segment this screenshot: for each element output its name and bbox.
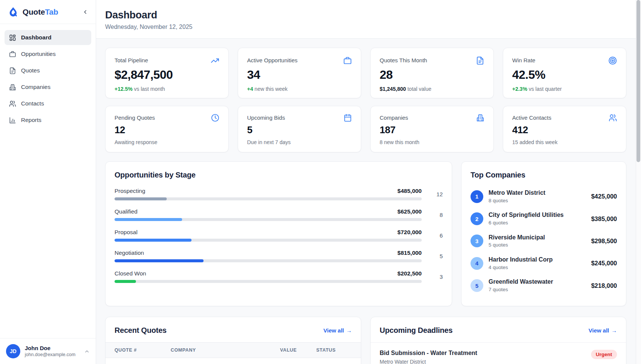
- stat-label: Companies: [380, 114, 408, 121]
- stat-sub: Due in next 7 days: [247, 139, 352, 145]
- stat-card-quotes-this-month: Quotes This Month 28 $1,245,800 total va…: [370, 48, 494, 98]
- sidebar-nav: Dashboard Opportunities Quotes Companies…: [0, 24, 96, 134]
- stat-value: $2,847,500: [115, 68, 219, 82]
- stat-value: 34: [247, 68, 352, 82]
- company-item[interactable]: 2 City of Springfield Utilities 6 quotes…: [471, 208, 617, 230]
- logo-row: QuoteTab: [0, 0, 96, 24]
- company-quotes: 7 quotes: [489, 286, 586, 293]
- vertical-scrollbar-thumb[interactable]: [636, 0, 640, 162]
- trending-up-icon: [211, 56, 219, 65]
- sidebar-item-label: Reports: [21, 117, 41, 123]
- sidebar-item-quotes[interactable]: Quotes: [5, 63, 91, 78]
- rank-badge: 2: [471, 212, 483, 225]
- company-name: Harbor Industrial Corp: [489, 256, 586, 264]
- sidebar-item-label: Dashboard: [21, 34, 51, 41]
- company-quotes: 4 quotes: [489, 264, 586, 271]
- sidebar-item-companies[interactable]: Companies: [5, 80, 91, 95]
- progress-bar-fill: [115, 197, 167, 200]
- recent-quotes-table: QUOTE # COMPANY VALUE STATUS QTE-18475 M…: [106, 342, 361, 364]
- company-item[interactable]: 3 Riverside Municipal 5 quotes $298,500: [471, 230, 617, 252]
- stage-value: $815,000: [397, 250, 422, 256]
- stat-card-active-opportunities: Active Opportunities 34 +4 new this week: [238, 48, 361, 98]
- stage-label: Negotiation: [115, 250, 144, 256]
- rank-badge: 3: [471, 235, 483, 247]
- stat-card-pending-quotes: Pending Quotes 12 Awaiting response: [105, 106, 229, 152]
- sidebar-item-label: Contacts: [21, 100, 44, 107]
- sidebar-item-dashboard[interactable]: Dashboard: [5, 30, 91, 45]
- sidebar-spacer: [0, 134, 96, 338]
- company-value: $298,500: [591, 238, 617, 245]
- user-menu[interactable]: JD John Doe john.doe@example.com: [0, 338, 96, 364]
- progress-bar-fill: [115, 218, 182, 221]
- avatar: JD: [6, 344, 20, 358]
- progress-bar-fill: [115, 280, 136, 283]
- column-header-status: STATUS: [307, 342, 361, 358]
- stats-row-1: Total Pipeline $2,847,500 +12.5% vs last…: [105, 48, 626, 98]
- company-name: Riverside Municipal: [489, 234, 586, 242]
- users-icon: [609, 114, 617, 122]
- stage-count: 6: [422, 232, 443, 239]
- company-quotes: 6 quotes: [489, 220, 586, 226]
- file-text-icon: [9, 67, 16, 74]
- stat-sub: 8 new this month: [380, 139, 484, 145]
- calendar-icon: [344, 114, 352, 122]
- sidebar-collapse-button[interactable]: [80, 7, 90, 17]
- sidebar: QuoteTab Dashboard Opportunities Quotes: [0, 0, 96, 364]
- stat-sub: $1,245,800 total value: [380, 86, 484, 92]
- company-quotes: 5 quotes: [489, 242, 586, 248]
- middle-row: Opportunities by Stage Prospecting $485,…: [105, 161, 626, 306]
- stat-sub: Awaiting response: [115, 139, 219, 145]
- chevron-left-icon: [82, 9, 88, 15]
- stat-sub: 15 added this week: [512, 139, 617, 145]
- stat-card-companies: Companies 187 8 new this month: [370, 106, 494, 152]
- vertical-scrollbar-track: [636, 0, 641, 364]
- stat-card-win-rate: Win Rate 42.5% +2.3% vs last quarter: [503, 48, 626, 98]
- target-icon: [608, 56, 617, 65]
- quote-row[interactable]: QTE-18475 Metro Water District $125,400 …: [106, 358, 361, 364]
- sidebar-item-label: Opportunities: [21, 51, 56, 57]
- stage-value: $625,000: [397, 208, 422, 215]
- stat-value: 187: [380, 124, 484, 136]
- opportunities-by-stage-panel: Opportunities by Stage Prospecting $485,…: [105, 161, 452, 306]
- deadline-company: Metro Water District: [380, 359, 477, 364]
- upcoming-deadlines-panel: Upcoming Deadlines View all→ Bid Submiss…: [370, 317, 626, 364]
- stage-label: Proposal: [115, 229, 137, 236]
- quotetab-logo-icon: [8, 6, 19, 18]
- sidebar-item-opportunities[interactable]: Opportunities: [5, 47, 91, 62]
- rank-badge: 1: [471, 190, 483, 203]
- column-header-value: VALUE: [256, 342, 307, 358]
- priority-badge: Urgent: [591, 350, 617, 359]
- rank-badge: 5: [471, 279, 483, 292]
- progress-bar-fill: [115, 259, 204, 262]
- file-text-icon: [476, 56, 484, 65]
- progress-bar-track: [115, 280, 422, 283]
- view-all-quotes-link[interactable]: View all→: [323, 327, 352, 334]
- stat-label: Quotes This Month: [380, 56, 427, 63]
- dashboard-content: Total Pipeline $2,847,500 +12.5% vs last…: [96, 39, 641, 364]
- company-item[interactable]: 5 Greenfield Wastewater 7 quotes $218,00…: [471, 274, 617, 296]
- page-title: Dashboard: [105, 9, 626, 21]
- panel-title: Recent Quotes: [115, 326, 167, 335]
- company-item[interactable]: 4 Harbor Industrial Corp 4 quotes $245,0…: [471, 252, 617, 274]
- stat-label: Upcoming Bids: [247, 114, 285, 121]
- stat-strong: $1,245,800: [380, 86, 406, 92]
- stat-value: 412: [512, 124, 617, 136]
- sidebar-item-contacts[interactable]: Contacts: [5, 96, 91, 111]
- stat-sub: +2.3% vs last quarter: [512, 86, 617, 92]
- stat-delta: +12.5%: [115, 86, 133, 92]
- progress-bar-track: [115, 259, 422, 262]
- deadline-title: Bid Submission - Water Treatment: [380, 350, 477, 356]
- stat-sub: +4 new this week: [247, 86, 352, 92]
- deadline-item[interactable]: Bid Submission - Water Treatment Metro W…: [371, 342, 626, 364]
- briefcase-icon: [9, 51, 16, 58]
- panel-title: Opportunities by Stage: [115, 171, 443, 179]
- stat-label: Total Pipeline: [115, 56, 148, 63]
- company-item[interactable]: 1 Metro Water District 8 quotes $425,000: [471, 185, 617, 208]
- stat-delta: +2.3%: [512, 86, 527, 92]
- view-all-deadlines-link[interactable]: View all→: [588, 327, 617, 334]
- building-icon: [9, 84, 16, 91]
- recent-quotes-panel: Recent Quotes View all→ QUOTE # COMPANY …: [105, 317, 361, 364]
- quote-company: Metro Water District: [162, 358, 256, 364]
- sidebar-item-reports[interactable]: Reports: [5, 113, 91, 128]
- bar-chart-icon: [9, 117, 16, 124]
